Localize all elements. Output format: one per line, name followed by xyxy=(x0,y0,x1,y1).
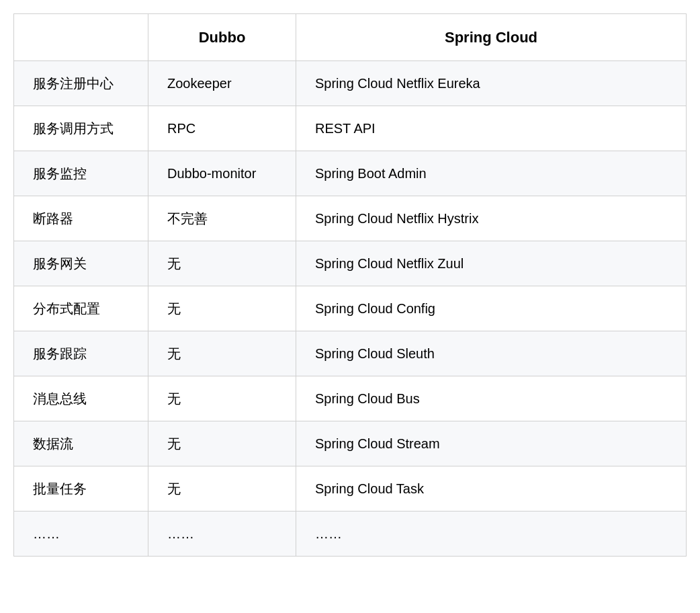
header-dubbo: Dubbo xyxy=(148,14,296,61)
cell-springcloud: Spring Cloud Sleuth xyxy=(296,331,687,376)
cell-springcloud: Spring Cloud Netflix Hystrix xyxy=(296,196,687,241)
table-row: 服务跟踪无Spring Cloud Sleuth xyxy=(14,331,687,376)
table-row: 分布式配置无Spring Cloud Config xyxy=(14,286,687,331)
table-row: 消息总线无Spring Cloud Bus xyxy=(14,376,687,421)
cell-feature: 服务跟踪 xyxy=(14,331,148,376)
cell-dubbo: 无 xyxy=(148,376,296,421)
table-row: 批量任务无Spring Cloud Task xyxy=(14,466,687,512)
cell-feature: 服务网关 xyxy=(14,241,148,286)
cell-dubbo: Zookeeper xyxy=(148,61,296,106)
cell-springcloud: Spring Cloud Netflix Eureka xyxy=(296,61,687,106)
cell-springcloud: …… xyxy=(296,512,687,557)
cell-feature: …… xyxy=(14,512,148,557)
table-row: 断路器不完善Spring Cloud Netflix Hystrix xyxy=(14,196,687,241)
table-row: 数据流无Spring Cloud Stream xyxy=(14,421,687,466)
table-row: 服务网关无Spring Cloud Netflix Zuul xyxy=(14,241,687,286)
cell-dubbo: 不完善 xyxy=(148,196,296,241)
cell-springcloud: Spring Cloud Netflix Zuul xyxy=(296,241,687,286)
cell-dubbo: RPC xyxy=(148,106,296,151)
cell-springcloud: Spring Boot Admin xyxy=(296,151,687,196)
table-row: 服务调用方式RPCREST API xyxy=(14,106,687,151)
table-header-row: Dubbo Spring Cloud xyxy=(14,14,687,61)
cell-dubbo: 无 xyxy=(148,466,296,512)
cell-feature: 断路器 xyxy=(14,196,148,241)
cell-springcloud: Spring Cloud Task xyxy=(296,466,687,512)
cell-feature: 消息总线 xyxy=(14,376,148,421)
cell-dubbo: Dubbo-monitor xyxy=(148,151,296,196)
cell-dubbo: 无 xyxy=(148,331,296,376)
table-row: 服务监控Dubbo-monitorSpring Boot Admin xyxy=(14,151,687,196)
table-row: 服务注册中心ZookeeperSpring Cloud Netflix Eure… xyxy=(14,61,687,106)
cell-dubbo: …… xyxy=(148,512,296,557)
cell-springcloud: REST API xyxy=(296,106,687,151)
comparison-table-container: Dubbo Spring Cloud 服务注册中心ZookeeperSpring… xyxy=(13,13,687,557)
cell-feature: 服务监控 xyxy=(14,151,148,196)
cell-feature: 服务调用方式 xyxy=(14,106,148,151)
cell-feature: 批量任务 xyxy=(14,466,148,512)
cell-springcloud: Spring Cloud Config xyxy=(296,286,687,331)
comparison-table: Dubbo Spring Cloud 服务注册中心ZookeeperSpring… xyxy=(13,13,687,557)
header-springcloud: Spring Cloud xyxy=(296,14,687,61)
cell-springcloud: Spring Cloud Stream xyxy=(296,421,687,466)
table-row: ……………… xyxy=(14,512,687,557)
cell-springcloud: Spring Cloud Bus xyxy=(296,376,687,421)
header-feature xyxy=(14,14,148,61)
cell-dubbo: 无 xyxy=(148,286,296,331)
cell-feature: 数据流 xyxy=(14,421,148,466)
cell-feature: 分布式配置 xyxy=(14,286,148,331)
cell-dubbo: 无 xyxy=(148,421,296,466)
cell-dubbo: 无 xyxy=(148,241,296,286)
cell-feature: 服务注册中心 xyxy=(14,61,148,106)
